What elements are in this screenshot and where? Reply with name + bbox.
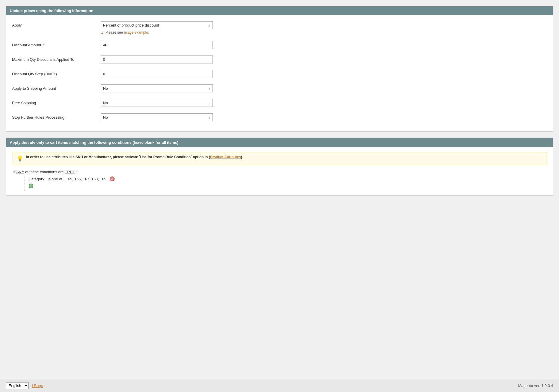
apply-shipping-label: Apply to Shipping Amount	[12, 84, 101, 91]
discount-qty-step-row: Discount Qty Step (Buy X)	[12, 69, 547, 79]
required-marker: *	[42, 43, 45, 47]
apply-select[interactable]: Percent of product price discount Fixed …	[101, 21, 213, 29]
discount-qty-step-input[interactable]	[101, 70, 213, 78]
free-shipping-row: Free Shipping No Yes For matching items …	[12, 98, 547, 108]
apply-shipping-row: Apply to Shipping Amount No Yes	[12, 83, 547, 94]
stop-rules-select-wrapper: No Yes	[101, 113, 213, 121]
discount-amount-label: Discount Amount *	[12, 41, 101, 47]
hint-arrow-icon: ▲	[101, 31, 104, 34]
add-condition-button[interactable]: +	[29, 184, 33, 188]
any-link[interactable]: ANY	[16, 170, 24, 174]
apply-shipping-field: No Yes	[101, 84, 213, 92]
conditions-dotted-border: Category is one of 165, 166, 167, 168, 1…	[24, 177, 547, 191]
apply-hint: ▲ Please see usage example.	[101, 30, 213, 35]
conditions-title: Apply the rule only to cart items matchi…	[10, 140, 178, 145]
usage-example-link[interactable]: usage example	[124, 30, 148, 35]
update-prices-body: Apply Percent of product price discount …	[6, 15, 553, 131]
conditions-header: Apply the rule only to cart items matchi…	[6, 138, 553, 147]
info-box-text: In order to use attributes like SKU or M…	[26, 155, 243, 159]
bugs-link[interactable]: l Bugs	[32, 383, 43, 388]
apply-shipping-select-wrapper: No Yes	[101, 84, 213, 92]
footer-left: English French German Spanish l Bugs	[6, 382, 43, 389]
max-qty-discount-row: Maximum Qty Discount is Applied To	[12, 54, 547, 65]
page-footer: English French German Spanish l Bugs Mag…	[0, 379, 559, 392]
footer-locale: English French German Spanish	[6, 382, 29, 389]
category-condition-item: Category is one of 165, 166, 167, 168, 1…	[29, 177, 547, 181]
max-qty-discount-field	[101, 55, 213, 63]
bulb-icon: 💡	[17, 155, 23, 162]
discount-amount-row: Discount Amount *	[12, 40, 547, 50]
product-attributes-link[interactable]: Product Attributes	[210, 155, 241, 159]
discount-amount-input[interactable]	[101, 41, 213, 49]
apply-field: Percent of product price discount Fixed …	[101, 21, 213, 35]
apply-shipping-select[interactable]: No Yes	[101, 84, 213, 92]
discount-amount-field	[101, 41, 213, 49]
stop-rules-select[interactable]: No Yes	[101, 113, 213, 121]
is-one-of-link[interactable]: is one of	[48, 177, 62, 181]
apply-select-wrapper: Percent of product price discount Fixed …	[101, 21, 213, 29]
category-label: Category	[29, 177, 44, 181]
stop-rules-field: No Yes	[101, 113, 213, 121]
stop-rules-label: Stop Further Rules Processing	[12, 113, 101, 120]
free-shipping-label: Free Shipping	[12, 99, 101, 105]
conditions-body: 💡 In order to use attributes like SKU or…	[6, 147, 553, 195]
apply-label: Apply	[12, 21, 101, 27]
main-content: Update prices using the following inform…	[0, 0, 559, 379]
free-shipping-select-wrapper: No Yes For matching items only For shipm…	[101, 99, 213, 107]
discount-qty-step-label: Discount Qty Step (Buy X)	[12, 70, 101, 76]
update-prices-title: Update prices using the following inform…	[10, 9, 93, 13]
true-link[interactable]: TRUE	[65, 170, 75, 174]
conditions-section: Apply the rule only to cart items matchi…	[6, 138, 553, 196]
condition-rule-line: If ANY of these conditions are TRUE :	[12, 170, 547, 174]
stop-rules-row: Stop Further Rules Processing No Yes	[12, 112, 547, 122]
update-prices-section: Update prices using the following inform…	[6, 6, 553, 132]
max-qty-discount-label: Maximum Qty Discount is Applied To	[12, 55, 101, 62]
info-box: 💡 In order to use attributes like SKU or…	[12, 152, 547, 165]
remove-condition-button[interactable]: ✕	[110, 177, 115, 181]
category-values-link[interactable]: 165, 166, 167, 168, 169	[66, 177, 106, 181]
footer-version: Magento ver. 1.9.3.4	[518, 383, 553, 388]
free-shipping-field: No Yes For matching items only For shipm…	[101, 99, 213, 107]
free-shipping-select[interactable]: No Yes For matching items only For shipm…	[101, 99, 213, 107]
conditions-container: Category is one of 165, 166, 167, 168, 1…	[12, 177, 547, 191]
apply-row: Apply Percent of product price discount …	[12, 20, 547, 36]
discount-qty-step-field	[101, 70, 213, 78]
locale-select[interactable]: English French German Spanish	[6, 382, 29, 389]
max-qty-discount-input[interactable]	[101, 55, 213, 63]
update-prices-header: Update prices using the following inform…	[6, 6, 553, 15]
page-wrapper: Update prices using the following inform…	[0, 0, 559, 392]
